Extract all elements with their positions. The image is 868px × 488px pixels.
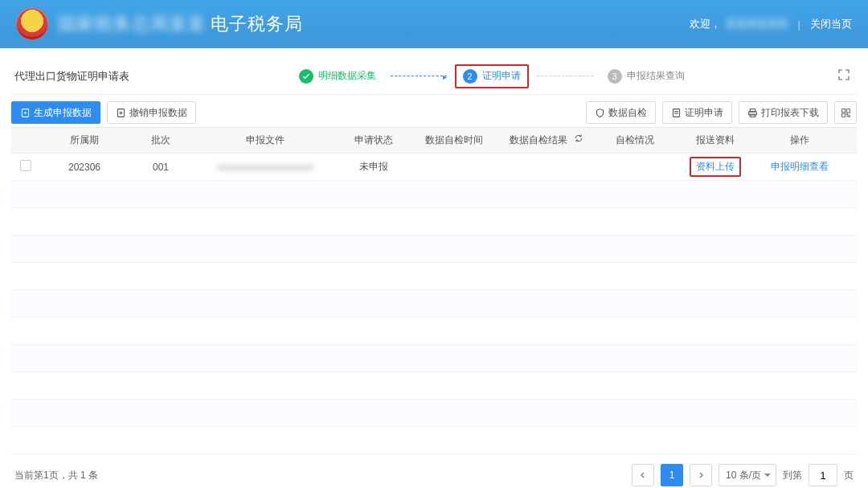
generate-data-button[interactable]: 生成申报数据 xyxy=(11,101,100,124)
step-2-apply[interactable]: 2 证明申请 xyxy=(455,64,529,88)
pagination: 当前第1页，共 1 条 1 10 条/页 到第 页 xyxy=(11,459,857,488)
fullscreen-icon[interactable] xyxy=(837,68,850,84)
step-1-collect[interactable]: 明细数据采集 xyxy=(293,66,383,87)
col-chktime: 数据自检时间 xyxy=(410,133,498,147)
step-3-result[interactable]: 3 申报结果查询 xyxy=(601,66,691,87)
close-tab-link[interactable]: 关闭当页 xyxy=(810,17,852,31)
separator: | xyxy=(798,18,800,31)
self-check-button[interactable]: 数据自检 xyxy=(586,101,656,124)
col-chkinfo: 自检情况 xyxy=(595,133,675,147)
welcome-username-blurred: 某某某某某某 xyxy=(726,17,788,31)
printer-icon xyxy=(747,108,758,118)
refresh-icon[interactable] xyxy=(574,134,583,146)
steps: 明细数据采集 ▸ 2 证明申请 3 申报结果查询 xyxy=(145,64,837,88)
step-connector-icon: ▸ xyxy=(391,76,447,76)
jump-label-post: 页 xyxy=(844,469,854,482)
print-download-button[interactable]: 打印报表下载 xyxy=(739,101,828,124)
step-connector-icon xyxy=(537,76,593,76)
revoke-data-label: 撤销申报数据 xyxy=(129,106,187,120)
svg-rect-5 xyxy=(750,114,755,117)
data-table: 所属期 批次 申报文件 申请状态 数据自检时间 数据自检结果 自检情况 报送资料… xyxy=(11,127,857,459)
step-1-label: 明细数据采集 xyxy=(318,69,376,83)
print-download-label: 打印报表下载 xyxy=(761,106,819,120)
qr-icon xyxy=(841,108,851,118)
svg-rect-7 xyxy=(846,109,850,112)
prev-page-button[interactable] xyxy=(632,464,654,486)
step-2-label: 证明申请 xyxy=(482,69,521,83)
cell-period: 202306 xyxy=(40,162,129,173)
generate-data-label: 生成申报数据 xyxy=(34,106,92,120)
svg-rect-6 xyxy=(841,109,845,112)
step-3-badge: 3 xyxy=(608,69,622,84)
cell-batch: 001 xyxy=(129,162,193,173)
step-3-label: 申报结果查询 xyxy=(627,69,685,83)
file-x-icon xyxy=(116,108,126,118)
material-upload-link[interactable]: 资料上传 xyxy=(690,157,741,177)
page-title: 代理出口货物证明申请表 xyxy=(14,69,129,84)
header-right: 欢迎， 某某某某某某 | 关闭当页 xyxy=(690,17,852,31)
col-period: 所属期 xyxy=(40,133,129,147)
table-row: 202306 001 xxxxxxxxxxxxxxxxxxxx 未申报 资料上传… xyxy=(11,154,857,181)
table-body: 202306 001 xxxxxxxxxxxxxxxxxxxx 未申报 资料上传… xyxy=(11,154,857,459)
tax-emblem-icon xyxy=(16,8,48,40)
step-2-badge: 2 xyxy=(463,69,477,84)
pagination-info: 当前第1页，共 1 条 xyxy=(14,469,98,482)
app-title-suffix: 电子税务局 xyxy=(211,12,303,36)
check-icon xyxy=(299,69,313,84)
next-page-button[interactable] xyxy=(690,464,712,486)
col-op: 操作 xyxy=(755,133,844,147)
app-title-prefix-blurred: 国家税务总局某某 xyxy=(58,12,206,36)
breadcrumb-steps-row: 代理出口货物证明申请表 明细数据采集 ▸ 2 证明申请 3 申报结果查询 xyxy=(11,58,857,95)
cert-apply-button[interactable]: 证明申请 xyxy=(662,101,732,124)
page-size-value: 10 条/页 xyxy=(726,469,761,482)
col-mat: 报送资料 xyxy=(675,133,755,147)
table-header: 所属期 批次 申报文件 申请状态 数据自检时间 数据自检结果 自检情况 报送资料… xyxy=(11,128,857,154)
view-detail-link[interactable]: 申报明细查看 xyxy=(771,161,829,172)
col-file: 申报文件 xyxy=(193,133,338,147)
file-plus-icon xyxy=(20,108,31,118)
col-status: 申请状态 xyxy=(338,133,410,147)
page-size-select[interactable]: 10 条/页 xyxy=(719,464,776,486)
welcome-label: 欢迎， xyxy=(690,17,721,31)
revoke-data-button[interactable]: 撤销申报数据 xyxy=(107,101,196,124)
qr-code-button[interactable] xyxy=(834,101,857,124)
svg-rect-8 xyxy=(841,113,845,117)
svg-rect-2 xyxy=(673,109,679,117)
shield-check-icon xyxy=(595,108,605,118)
app-header: 国家税务总局某某 电子税务局 欢迎， 某某某某某某 | 关闭当页 xyxy=(0,0,868,48)
page-1-button[interactable]: 1 xyxy=(661,464,683,486)
app-title: 国家税务总局某某 电子税务局 xyxy=(58,12,303,36)
cert-apply-label: 证明申请 xyxy=(685,106,723,120)
chevron-left-icon xyxy=(639,471,647,479)
self-check-label: 数据自检 xyxy=(608,106,647,120)
chevron-right-icon xyxy=(697,471,705,479)
col-chkres: 数据自检结果 xyxy=(498,133,595,147)
col-batch: 批次 xyxy=(129,133,193,147)
toolbar: 生成申报数据 撤销申报数据 数据自检 证明申请 打印报表下载 xyxy=(11,98,857,127)
row-checkbox[interactable] xyxy=(20,160,31,171)
cell-status: 未申报 xyxy=(338,160,410,174)
file-icon xyxy=(671,108,682,118)
jump-page-input[interactable] xyxy=(809,464,837,486)
jump-label-pre: 到第 xyxy=(783,469,802,482)
cell-file-blurred: xxxxxxxxxxxxxxxxxxxx xyxy=(193,162,338,173)
